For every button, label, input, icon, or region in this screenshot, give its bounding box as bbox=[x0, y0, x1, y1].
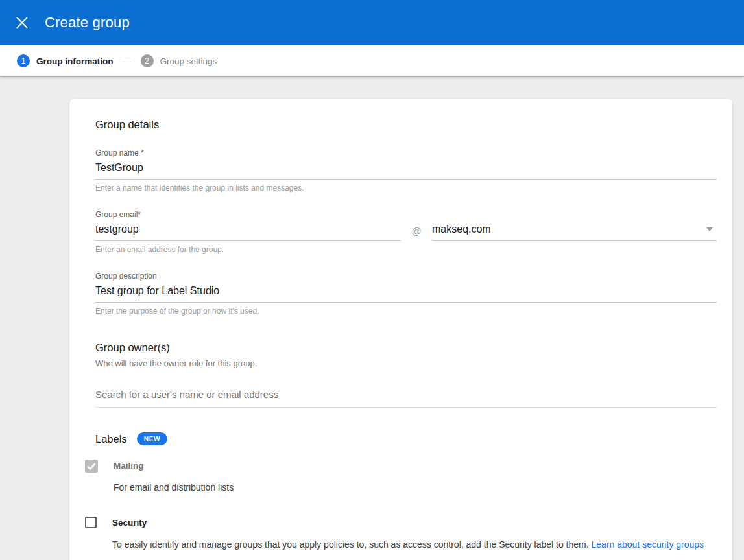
security-label-row: Security To easily identify and manage g… bbox=[85, 516, 717, 560]
close-icon[interactable] bbox=[14, 15, 30, 30]
labels-section: Labels NEW Mailing For email and distrib… bbox=[95, 432, 717, 560]
group-description-label: Group description bbox=[95, 272, 717, 281]
security-description-text: To easily identify and manage groups tha… bbox=[112, 539, 589, 550]
step-2-label: Group settings bbox=[160, 56, 217, 66]
group-description-helper: Enter the purpose of the group or how it… bbox=[95, 307, 717, 316]
mailing-description: For email and distribution lists bbox=[114, 481, 717, 494]
step-2-circle: 2 bbox=[141, 54, 154, 67]
stepper: 1 Group information — 2 Group settings bbox=[0, 45, 744, 76]
mailing-label-row: Mailing For email and distribution lists bbox=[85, 459, 717, 494]
new-badge: NEW bbox=[137, 432, 168, 445]
group-owners-section: Group owner(s) Who will have the owner r… bbox=[95, 342, 717, 408]
domain-select[interactable]: makseq.com bbox=[432, 219, 717, 241]
step-group-information[interactable]: 1 Group information bbox=[17, 54, 114, 67]
group-name-helper: Enter a name that identifies the group i… bbox=[95, 183, 717, 192]
step-1-circle: 1 bbox=[17, 54, 30, 67]
security-title: Security bbox=[112, 518, 717, 528]
group-form-card: Group details Group name * Enter a name … bbox=[69, 99, 732, 560]
group-details-heading: Group details bbox=[95, 119, 717, 131]
group-description-input[interactable] bbox=[95, 281, 717, 303]
owner-search-input[interactable] bbox=[95, 384, 717, 408]
group-email-input[interactable] bbox=[95, 219, 401, 241]
step-separator: — bbox=[123, 56, 132, 66]
domain-select-value: makseq.com bbox=[432, 224, 491, 235]
group-name-label: Group name * bbox=[95, 148, 717, 158]
learn-about-security-groups-link[interactable]: Learn about security groups bbox=[592, 539, 704, 550]
group-description-field: Group description Enter the purpose of t… bbox=[95, 272, 717, 316]
group-owners-helper: Who will have the owner role for this gr… bbox=[95, 358, 717, 368]
appbar: Create group bbox=[0, 0, 744, 45]
dropdown-arrow-icon bbox=[706, 228, 713, 231]
mailing-title: Mailing bbox=[114, 461, 717, 471]
group-name-input[interactable] bbox=[95, 158, 717, 180]
group-email-helper: Enter an email address for the group. bbox=[95, 245, 401, 254]
page-title: Create group bbox=[45, 14, 130, 31]
step-group-settings[interactable]: 2 Group settings bbox=[141, 54, 217, 67]
security-description: To easily identify and manage groups tha… bbox=[112, 538, 717, 551]
labels-heading: Labels bbox=[95, 433, 127, 445]
group-email-row: Group email* Enter an email address for … bbox=[95, 210, 717, 254]
group-name-field: Group name * Enter a name that identifie… bbox=[95, 148, 717, 192]
at-sign: @ bbox=[401, 226, 432, 254]
step-1-label: Group information bbox=[36, 56, 114, 66]
group-owners-heading: Group owner(s) bbox=[95, 342, 717, 354]
content-area: Group details Group name * Enter a name … bbox=[0, 76, 744, 560]
mailing-checkbox-checked bbox=[85, 460, 98, 472]
security-checkbox[interactable] bbox=[85, 517, 97, 528]
group-email-label: Group email* bbox=[95, 210, 401, 219]
